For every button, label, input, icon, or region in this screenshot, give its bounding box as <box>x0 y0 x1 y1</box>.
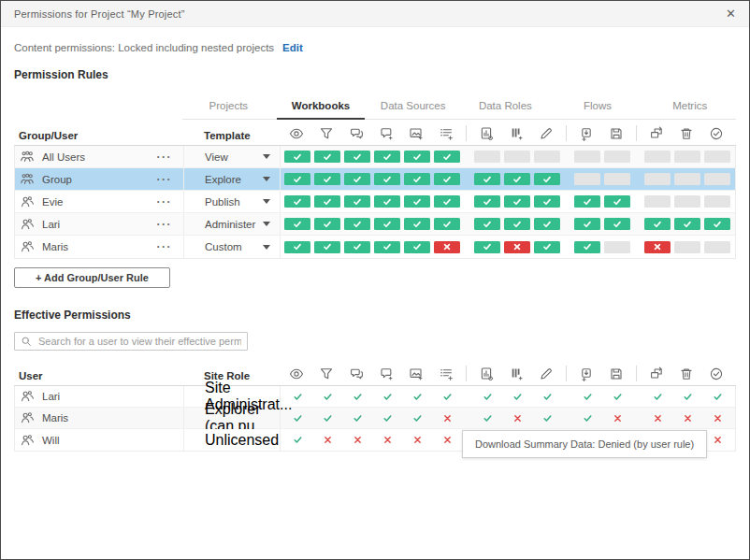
permission-cell-comments[interactable] <box>344 195 370 208</box>
permission-cell-image-plus[interactable] <box>404 218 430 230</box>
permission-cell-floppy[interactable] <box>604 173 630 185</box>
row-actions-menu-icon[interactable]: ··· <box>157 218 184 231</box>
search-input[interactable] <box>14 332 248 351</box>
template-select[interactable]: Administer <box>205 219 270 230</box>
permissions-dialog: Permissions for Project “My Project” ✕ C… <box>0 0 750 560</box>
tab-workbooks[interactable]: Workbooks <box>275 96 368 119</box>
permission-cell-funnel[interactable] <box>314 151 340 163</box>
permission-cell-chart-doc[interactable] <box>474 195 500 208</box>
row-actions-menu-icon[interactable]: ··· <box>157 240 184 253</box>
permission-cell-data-bars-plus[interactable] <box>504 241 530 253</box>
permission-cell-funnel[interactable] <box>314 241 340 253</box>
permission-cell-shield-check[interactable] <box>704 218 730 230</box>
permission-cell-list-plus[interactable] <box>434 151 460 163</box>
permission-cell-data-bars-plus[interactable] <box>504 173 530 185</box>
permission-cell-eye[interactable] <box>284 241 310 253</box>
permission-cell-floppy[interactable] <box>604 195 630 208</box>
permission-cell-floppy[interactable] <box>604 241 630 253</box>
row-actions-menu-icon[interactable]: ··· <box>157 195 184 208</box>
permission-cell-trash[interactable] <box>674 218 700 230</box>
permission-cell-image-plus[interactable] <box>404 173 430 185</box>
permission-cell-eye[interactable] <box>284 195 310 208</box>
effective-mark-comment-plus <box>374 435 400 445</box>
permission-cell-shield-check[interactable] <box>704 241 730 253</box>
permission-cell-chart-doc[interactable] <box>474 173 500 185</box>
permission-cell-move[interactable] <box>644 173 671 185</box>
shield-check-icon <box>703 126 729 141</box>
permission-cell-pencil[interactable] <box>534 218 560 230</box>
permission-cell-comments[interactable] <box>344 151 370 163</box>
permission-cell-image-plus[interactable] <box>404 195 430 208</box>
permission-cell-data-bars-plus[interactable] <box>504 195 530 208</box>
add-group-user-rule-button[interactable]: + Add Group/User Rule <box>14 267 170 288</box>
permission-cell-comments[interactable] <box>344 218 370 230</box>
permission-cell-pencil[interactable] <box>534 173 560 185</box>
tab-projects[interactable]: Projects <box>182 96 275 119</box>
permission-cell-comments[interactable] <box>344 241 370 253</box>
effective-mark-data-bars-plus <box>504 392 530 402</box>
edit-link[interactable]: Edit <box>282 42 303 53</box>
permission-cell-box-arrow-plus[interactable] <box>574 241 600 253</box>
permission-cell-trash[interactable] <box>674 241 700 253</box>
permission-cell-pencil[interactable] <box>534 241 560 253</box>
tab-metrics[interactable]: Metrics <box>643 96 736 119</box>
permission-cell-move[interactable] <box>644 195 671 208</box>
permission-cell-list-plus[interactable] <box>434 173 460 185</box>
permission-cell-list-plus[interactable] <box>434 241 460 253</box>
permission-cell-eye[interactable] <box>284 173 310 185</box>
permission-cell-shield-check[interactable] <box>704 151 730 163</box>
permission-cell-box-arrow-plus[interactable] <box>574 195 600 208</box>
template-select[interactable]: Publish <box>205 196 270 208</box>
permission-cell-box-arrow-plus[interactable] <box>574 218 600 230</box>
permission-cell-move[interactable] <box>644 151 671 163</box>
permission-cell-comment-plus[interactable] <box>374 151 400 163</box>
permission-cell-eye[interactable] <box>284 151 310 163</box>
permission-cell-image-plus[interactable] <box>404 241 430 253</box>
template-select[interactable]: Custom <box>205 241 270 252</box>
permission-cell-move[interactable] <box>644 241 671 253</box>
permission-cell-box-arrow-plus[interactable] <box>574 173 600 185</box>
permission-cell-chart-doc[interactable] <box>474 241 500 253</box>
tab-data-sources[interactable]: Data Sources <box>367 96 459 119</box>
permission-cell-box-arrow-plus[interactable] <box>574 151 600 163</box>
permission-cell-data-bars-plus[interactable] <box>504 151 530 163</box>
permission-cell-comment-plus[interactable] <box>374 173 400 185</box>
permission-cell-funnel[interactable] <box>314 173 340 185</box>
permission-cell-chart-doc[interactable] <box>474 218 500 230</box>
permission-cell-comments[interactable] <box>344 173 370 185</box>
tab-data-roles[interactable]: Data Roles <box>459 96 552 119</box>
group-user-name: Group <box>42 174 72 185</box>
permission-cell-data-bars-plus[interactable] <box>504 218 530 230</box>
move-icon <box>643 366 670 381</box>
permission-cell-eye[interactable] <box>284 218 310 230</box>
permission-rules-heading: Permission Rules <box>14 68 736 81</box>
permission-cell-trash[interactable] <box>674 151 700 163</box>
permission-cell-pencil[interactable] <box>534 195 560 208</box>
effective-mark-move <box>644 413 671 424</box>
row-actions-menu-icon[interactable]: ··· <box>157 173 184 186</box>
permission-cell-trash[interactable] <box>674 195 700 208</box>
permission-cell-move[interactable] <box>644 218 671 230</box>
shield-check-icon <box>703 366 729 381</box>
tab-flows[interactable]: Flows <box>552 96 644 119</box>
permission-cell-trash[interactable] <box>674 173 700 185</box>
template-select[interactable]: View <box>205 151 270 163</box>
permission-cell-comment-plus[interactable] <box>374 195 400 208</box>
permission-cell-shield-check[interactable] <box>704 173 730 185</box>
permission-cell-chart-doc[interactable] <box>474 151 500 163</box>
permission-cell-floppy[interactable] <box>604 151 630 163</box>
permission-cell-funnel[interactable] <box>314 195 340 208</box>
permission-cell-pencil[interactable] <box>534 151 560 163</box>
row-actions-menu-icon[interactable]: ··· <box>157 151 184 164</box>
permission-cell-shield-check[interactable] <box>704 195 730 208</box>
permission-cell-list-plus[interactable] <box>434 195 460 208</box>
permission-cell-list-plus[interactable] <box>434 218 460 230</box>
template-select[interactable]: Explore <box>205 174 270 185</box>
close-icon[interactable]: ✕ <box>726 7 736 20</box>
permission-cell-comment-plus[interactable] <box>374 218 400 230</box>
permission-cell-image-plus[interactable] <box>404 151 430 163</box>
permission-cell-floppy[interactable] <box>604 218 630 230</box>
permission-cell-comment-plus[interactable] <box>374 241 400 253</box>
effective-mark-floppy <box>604 413 630 424</box>
permission-cell-funnel[interactable] <box>314 218 340 230</box>
